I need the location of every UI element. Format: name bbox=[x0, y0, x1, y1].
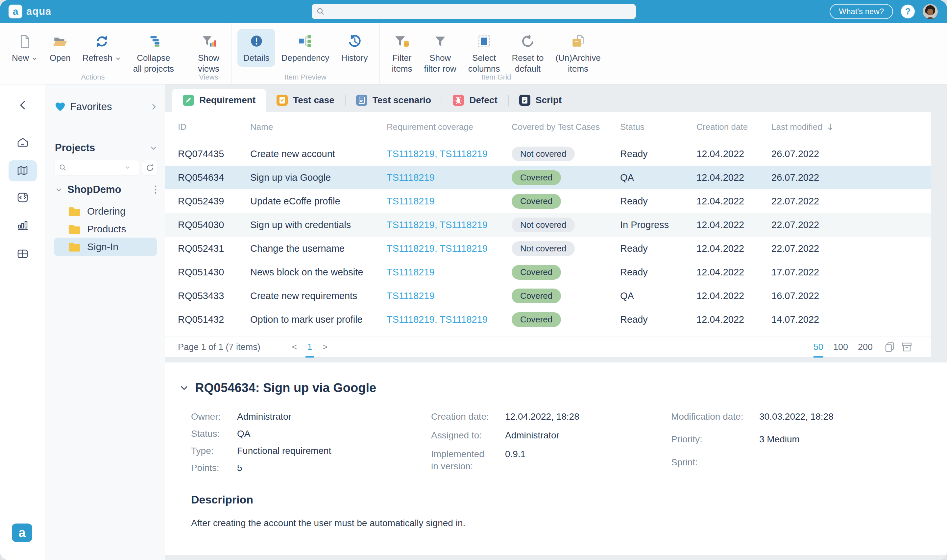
copy-icon[interactable] bbox=[884, 341, 896, 353]
prev-page-button[interactable]: < bbox=[292, 342, 297, 352]
kebab-icon[interactable] bbox=[154, 185, 157, 195]
chevron-down-icon[interactable] bbox=[55, 186, 63, 194]
tab-requirement[interactable]: Requirement bbox=[172, 89, 266, 112]
details-fields: Owner: Administrator Status: QA Type: Fu… bbox=[191, 411, 927, 474]
button-label: Refresh bbox=[83, 52, 112, 63]
new-button[interactable]: New bbox=[6, 29, 44, 67]
coverage-link[interactable]: TS1118219, TS1118219 bbox=[387, 314, 512, 325]
dependency-button[interactable]: Dependency bbox=[275, 29, 335, 67]
page-size-100[interactable]: 100 bbox=[833, 342, 848, 352]
page-size-200[interactable]: 200 bbox=[858, 342, 873, 352]
coverage-link[interactable]: TS1118219, TS1118219 bbox=[387, 243, 512, 254]
header-covered[interactable]: Covered by Test Cases bbox=[512, 122, 620, 132]
folder-item-sign-in[interactable]: Sign-In bbox=[54, 238, 157, 256]
ribbon-group-caption: Actions bbox=[0, 73, 186, 82]
header-creation-date[interactable]: Creation date bbox=[696, 122, 771, 132]
row-name-cell: Update eCoffe profile bbox=[250, 196, 387, 207]
favorites-row[interactable]: Favorites bbox=[55, 98, 157, 116]
button-label: Collapse all projects bbox=[133, 52, 174, 74]
table-row[interactable]: RQ054634 Sign up via Google TS1118219 Co… bbox=[165, 166, 931, 189]
coverage-link[interactable]: TS1118219, TS1118219 bbox=[387, 149, 512, 159]
coverage-link[interactable]: TS1118219, TS1118219 bbox=[387, 220, 512, 230]
whats-new-button[interactable]: What's new? bbox=[830, 4, 893, 19]
global-search-input[interactable] bbox=[328, 6, 631, 17]
tab-script[interactable]: Script bbox=[509, 89, 572, 112]
table-row[interactable]: RQ051432 Option to mark user profile TS1… bbox=[165, 308, 931, 331]
table-row[interactable]: RQ053433 Create new requirements TS11182… bbox=[165, 284, 931, 308]
chevron-down-icon[interactable] bbox=[179, 383, 189, 393]
table-row[interactable]: RQ074435 Create new account TS1118219, T… bbox=[165, 142, 931, 166]
filter-items-button[interactable]: Filter items bbox=[386, 29, 418, 77]
project-search-input[interactable] bbox=[69, 163, 122, 172]
table-row[interactable]: RQ054030 Sign up with credentials TS1118… bbox=[165, 213, 931, 237]
modified-date-cell: 14.07.2022 bbox=[771, 314, 870, 325]
history-button[interactable]: History bbox=[335, 29, 374, 67]
defect-icon bbox=[453, 95, 464, 106]
covered-pill: Covered bbox=[512, 170, 561, 185]
status-cell: QA bbox=[620, 291, 696, 302]
next-page-button[interactable]: > bbox=[322, 342, 328, 352]
row-name-cell: Change the username bbox=[250, 243, 387, 254]
chevron-down-icon[interactable] bbox=[125, 165, 131, 171]
show-views-button[interactable]: Show views bbox=[192, 29, 225, 77]
table-row[interactable]: RQ052431 Change the username TS1118219, … bbox=[165, 237, 931, 260]
avatar[interactable] bbox=[923, 4, 938, 19]
table-row[interactable]: RQ051430 News block on the website TS111… bbox=[165, 260, 931, 284]
header-name[interactable]: Name bbox=[250, 122, 387, 132]
refresh-button[interactable]: Refresh bbox=[77, 29, 127, 67]
reports-icon bbox=[15, 218, 30, 232]
show-filter-row-icon bbox=[433, 34, 448, 49]
tree-project-shopdemo[interactable]: ShopDemo bbox=[53, 181, 159, 198]
field-value-status: QA bbox=[237, 428, 431, 440]
field-label: Points: bbox=[191, 462, 237, 474]
header-last-modified[interactable]: Last modified bbox=[771, 122, 870, 132]
details-header[interactable]: RQ054634: Sign up via Google bbox=[179, 381, 927, 395]
coverage-link[interactable]: TS1118219 bbox=[387, 172, 512, 183]
rail-item-dashboards[interactable] bbox=[9, 243, 37, 264]
tab-defect[interactable]: Defect bbox=[442, 89, 508, 112]
rail-item-home[interactable] bbox=[9, 132, 37, 153]
global-search[interactable] bbox=[312, 4, 636, 19]
unarchive-items-button[interactable]: (Un)Archive items bbox=[550, 29, 606, 77]
coverage-link[interactable]: TS1118219 bbox=[387, 196, 512, 207]
page-number[interactable]: 1 bbox=[305, 342, 314, 352]
rail-item-projects[interactable] bbox=[9, 160, 37, 182]
project-search[interactable] bbox=[55, 160, 139, 175]
select-columns-button[interactable]: Select columns bbox=[462, 29, 506, 77]
header-coverage[interactable]: Requirement coverage bbox=[387, 122, 512, 132]
rail-item-reports[interactable] bbox=[9, 215, 37, 235]
row-id-cell: RQ052439 bbox=[178, 196, 250, 207]
rail-item-scripts[interactable] bbox=[9, 187, 37, 208]
status-cell: Ready bbox=[620, 149, 696, 159]
folder-label: Sign-In bbox=[87, 241, 119, 252]
header-id[interactable]: ID bbox=[178, 122, 250, 132]
archive-icon[interactable] bbox=[901, 341, 913, 353]
project-refresh-button[interactable] bbox=[142, 160, 157, 175]
table-row[interactable]: RQ052439 Update eCoffe profile TS1118219… bbox=[165, 189, 931, 213]
folder-item-ordering[interactable]: Ordering bbox=[54, 202, 157, 220]
coverage-link[interactable]: TS1118219 bbox=[387, 267, 512, 278]
show-filter-row-button[interactable]: Show filter row bbox=[418, 29, 462, 77]
help-button[interactable]: ? bbox=[901, 5, 915, 18]
button-label: Reset to default bbox=[512, 52, 544, 74]
details-fields-col2: Creation date: 12.04.2022, 18:28 Assigne… bbox=[431, 411, 671, 474]
collapse-sidebar-button[interactable] bbox=[9, 95, 37, 116]
open-button[interactable]: Open bbox=[44, 29, 77, 67]
tab-label: Requirement bbox=[199, 95, 256, 106]
reset-to-default-button[interactable]: Reset to default bbox=[506, 29, 550, 77]
collapse-all-projects-button[interactable]: Collapse all projects bbox=[127, 29, 180, 77]
modified-date-cell: 22.07.2022 bbox=[771, 220, 870, 230]
tab-test-case[interactable]: Test case bbox=[266, 89, 345, 112]
header-status[interactable]: Status bbox=[620, 122, 696, 132]
coverage-link[interactable]: TS1118219 bbox=[387, 291, 512, 302]
field-value-type: Functional requirement bbox=[237, 445, 431, 457]
page-size-50[interactable]: 50 bbox=[813, 342, 823, 352]
filter-items-icon bbox=[394, 34, 410, 49]
folder-item-products[interactable]: Products bbox=[54, 220, 157, 238]
projects-header[interactable]: Projects bbox=[55, 139, 157, 157]
tab-test-scenario[interactable]: Test scenario bbox=[346, 89, 442, 112]
details-button[interactable]: Details bbox=[237, 29, 275, 67]
tab-label: Test case bbox=[293, 95, 334, 106]
help-glyph: ? bbox=[905, 6, 911, 17]
modified-date-cell: 22.07.2022 bbox=[771, 243, 870, 254]
